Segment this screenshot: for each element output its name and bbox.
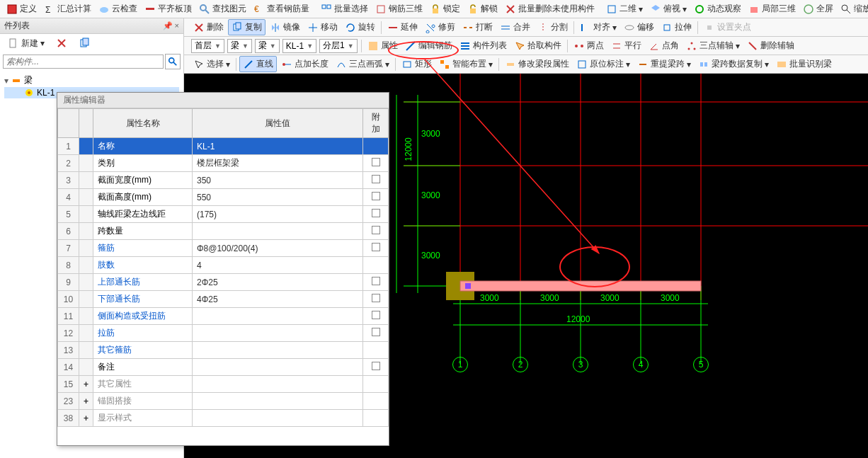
topview-button[interactable]: 俯视 ▾ bbox=[647, 1, 690, 16]
comp-list-button[interactable]: 构件列表 bbox=[457, 38, 510, 53]
extend-button[interactable]: 延伸 bbox=[384, 20, 421, 35]
copy-button[interactable]: 复制 bbox=[228, 19, 265, 35]
lock-button[interactable]: 锁定 bbox=[427, 1, 463, 16]
move-button[interactable]: 移动 bbox=[304, 20, 341, 35]
prop-row[interactable]: 1名称KL-1 bbox=[58, 138, 389, 155]
batchid-button[interactable]: 批量识别梁 bbox=[773, 57, 835, 71]
combo-toolbar: 首层▼ 梁▼ 梁▼ KL-1▼ 分层1▼ 属性 编辑钢筋 构件列表 拾取构件 两… bbox=[184, 37, 868, 55]
edit-rebar-button[interactable]: 编辑钢筋 bbox=[402, 38, 455, 53]
delete-item-button[interactable] bbox=[53, 36, 70, 50]
select-button[interactable]: 选择 ▾ bbox=[190, 57, 233, 71]
svg-rect-14 bbox=[608, 6, 615, 13]
align-button[interactable]: 对齐 ▾ bbox=[577, 20, 619, 35]
merge-button[interactable]: 合并 bbox=[497, 20, 533, 35]
find-button[interactable]: 查找图元 bbox=[196, 1, 249, 16]
stretch-button[interactable]: 拉伸 bbox=[658, 20, 695, 35]
cloud-check-button[interactable]: 云检查 bbox=[96, 1, 140, 16]
offset-button[interactable]: 偏移 bbox=[621, 20, 657, 35]
pointlen-button[interactable]: 点加长度 bbox=[278, 57, 331, 71]
split-button[interactable]: 分割 bbox=[535, 20, 571, 35]
prop-row[interactable]: 15+其它属性 bbox=[58, 376, 389, 393]
attr-button[interactable]: 属性 bbox=[365, 38, 401, 53]
mirror-button[interactable]: 镜像 bbox=[267, 20, 303, 35]
search-button[interactable] bbox=[165, 54, 181, 69]
prop-row[interactable]: 4截面高度(mm)550 bbox=[58, 189, 389, 206]
panel-pin-icon[interactable]: 📌 × bbox=[163, 21, 179, 30]
smart-button[interactable]: 智能布置 ▾ bbox=[436, 57, 496, 71]
view2d-button[interactable]: 二维 ▾ bbox=[603, 1, 646, 16]
prop-row[interactable]: 3截面宽度(mm)350 bbox=[58, 172, 389, 189]
copyspan-button[interactable]: 梁跨数据复制 ▾ bbox=[695, 57, 772, 71]
angle-button[interactable]: 点角 bbox=[646, 38, 682, 53]
property-grid[interactable]: 属性名称 属性值 附加 1名称KL-12类别楼层框架梁3截面宽度(mm)3504… bbox=[57, 108, 389, 427]
svg-rect-62 bbox=[404, 62, 411, 67]
property-editor[interactable]: 属性编辑器 属性名称 属性值 附加 1名称KL-12类别楼层框架梁3截面宽度(m… bbox=[57, 92, 389, 446]
svg-rect-70 bbox=[777, 62, 786, 67]
local3d-button[interactable]: 局部三维 bbox=[746, 1, 799, 16]
prop-row[interactable]: 10下部通长筋4Φ25 bbox=[58, 291, 389, 308]
batch-select-button[interactable]: 批量选择 bbox=[318, 1, 371, 16]
element-combo[interactable]: KL-1▼ bbox=[282, 39, 316, 53]
del-aux-button[interactable]: 删除辅轴 bbox=[744, 38, 797, 53]
prop-row[interactable]: 9上部通长筋2Φ25 bbox=[58, 274, 389, 291]
line-button[interactable]: 直线 bbox=[239, 56, 277, 72]
axis-marker: 5 bbox=[693, 357, 709, 372]
fullscreen-button[interactable]: 全屏 bbox=[800, 1, 836, 16]
prop-row[interactable]: 5轴线距梁左边线距(175) bbox=[58, 206, 389, 223]
pick-button[interactable]: 拾取构件 bbox=[511, 38, 564, 53]
subtype-combo[interactable]: 梁▼ bbox=[255, 39, 280, 53]
delete-button[interactable]: 删除 bbox=[190, 20, 227, 35]
prop-row[interactable]: 13其它箍筋 bbox=[58, 342, 389, 359]
property-editor-title: 属性编辑器 bbox=[57, 93, 389, 108]
prop-row[interactable]: 8肢数4 bbox=[58, 257, 389, 274]
svg-point-2 bbox=[100, 7, 108, 13]
search-input[interactable] bbox=[3, 55, 164, 69]
define-button[interactable]: 定义 bbox=[4, 1, 40, 16]
prop-row[interactable]: 6跨数量 bbox=[58, 223, 389, 240]
batch-del-button[interactable]: 批量删除未使用构件 bbox=[502, 1, 598, 16]
arc3-button[interactable]: 三点画弧 ▾ bbox=[333, 57, 392, 71]
origmark-button[interactable]: 原位标注 ▾ bbox=[573, 57, 633, 71]
svg-rect-8 bbox=[327, 5, 331, 8]
relayout-button[interactable]: 重提梁跨 ▾ bbox=[634, 57, 694, 71]
copy-item-button[interactable] bbox=[76, 36, 93, 50]
set-grip-button[interactable]: 设置夹点 bbox=[701, 20, 754, 35]
prop-row[interactable]: 14备注 bbox=[58, 359, 389, 376]
three-aux-button[interactable]: 三点辅轴 ▾ bbox=[683, 38, 743, 53]
rebar-qty-button[interactable]: €查看钢筋量 bbox=[251, 1, 312, 16]
svg-point-56 bbox=[690, 42, 692, 44]
svg-rect-65 bbox=[507, 63, 514, 66]
twopoint-button[interactable]: 两点 bbox=[571, 38, 607, 53]
type-combo[interactable]: 梁▼ bbox=[227, 39, 252, 53]
parallel-button[interactable]: 平行 bbox=[608, 38, 644, 53]
rect-button[interactable]: 矩形 bbox=[399, 57, 435, 71]
tree-root[interactable]: ▾ 梁 bbox=[4, 74, 179, 87]
flat-top-button[interactable]: 平齐板顶 bbox=[142, 1, 195, 16]
beam-element[interactable] bbox=[460, 281, 701, 291]
svg-rect-0 bbox=[8, 5, 16, 13]
prop-row[interactable]: 38+显示样式 bbox=[58, 410, 389, 427]
dim-label: 3000 bbox=[421, 251, 440, 261]
unlock-button[interactable]: 解锁 bbox=[464, 1, 501, 16]
svg-point-52 bbox=[581, 45, 583, 47]
prop-row[interactable]: 2类别楼层框架梁 bbox=[58, 155, 389, 172]
prop-row[interactable]: 12拉筋 bbox=[58, 325, 389, 342]
prop-row[interactable]: 7箍筋Φ8@100/200(4) bbox=[58, 240, 389, 257]
prop-row[interactable]: 11侧面构造或受扭筋 bbox=[58, 308, 389, 325]
dim-label: 3000 bbox=[480, 293, 499, 303]
rebar3d-button[interactable]: 钢筋三维 bbox=[372, 1, 426, 16]
dynamic-button[interactable]: 动态观察 bbox=[691, 1, 744, 16]
trim-button[interactable]: 修剪 bbox=[422, 20, 458, 35]
svg-rect-11 bbox=[470, 8, 476, 13]
prop-row[interactable]: 23+锚固搭接 bbox=[58, 393, 389, 410]
sum-button[interactable]: Σ汇总计算 bbox=[41, 1, 94, 16]
svg-rect-64 bbox=[445, 65, 449, 69]
break-button[interactable]: 打断 bbox=[459, 20, 496, 35]
grip-point[interactable] bbox=[465, 283, 471, 289]
zoom-button[interactable]: 缩放 ▾ bbox=[838, 1, 868, 16]
floor-combo[interactable]: 首层▼ bbox=[191, 39, 224, 53]
layer-combo[interactable]: 分层1▼ bbox=[319, 39, 358, 53]
modseg-button[interactable]: 修改梁段属性 bbox=[502, 57, 572, 71]
rotate-button[interactable]: 旋转 bbox=[342, 20, 378, 35]
new-button[interactable]: 新建 ▾ bbox=[5, 36, 47, 51]
